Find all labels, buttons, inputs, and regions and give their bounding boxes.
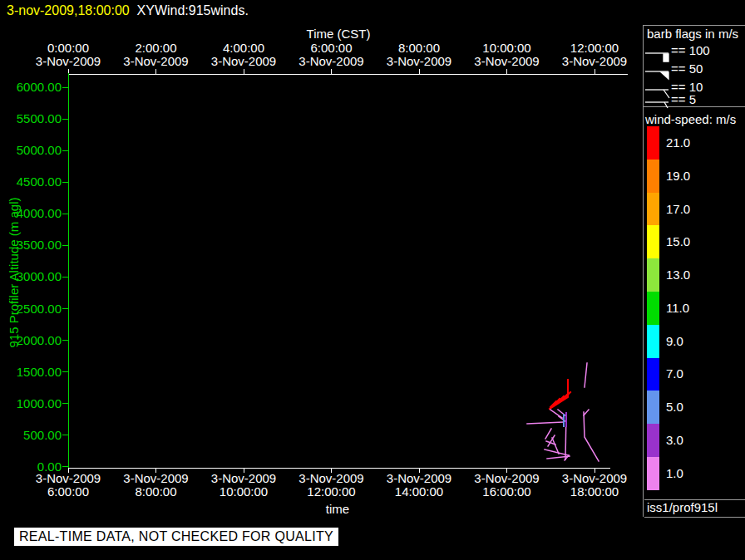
- top-axis-tick: 12:00:003-Nov-2009: [562, 42, 627, 68]
- colorbar-segment: [647, 193, 659, 226]
- bottom-axis-tick: 3-Nov-20098:00:00: [123, 472, 188, 499]
- colorbar-segment: [647, 126, 659, 160]
- barb-legend-label: == 50: [671, 62, 703, 76]
- top-axis-tick: 6:00:003-Nov-2009: [298, 42, 363, 68]
- title-bar: 3-nov-2009,18:00:00 XYWind:915winds.: [7, 3, 249, 18]
- wind-barbs-21.0: [550, 380, 570, 409]
- colorbar-segment: [647, 258, 659, 292]
- quality-disclaimer[interactable]: REAL-TIME DATA, NOT CHECKED FOR QUALITY: [14, 528, 338, 546]
- left-axis-tick: 1500.00: [17, 366, 62, 379]
- top-axis-tick: 10:00:003-Nov-2009: [474, 42, 539, 68]
- colorbar-value: 11.0: [666, 302, 689, 315]
- barb-legend-title: barb flags in m/s: [647, 27, 738, 41]
- left-axis-tick: 4000.00: [17, 207, 62, 220]
- altitude-axis: [62, 73, 68, 468]
- colorbar-value: 19.0: [666, 169, 690, 183]
- wind-barbs-1.0: [527, 363, 599, 461]
- colorbar-value: 17.0: [666, 203, 690, 216]
- title-plot-name: XYWind:915winds.: [137, 3, 249, 17]
- left-axis-tick: 6000.00: [17, 81, 62, 94]
- top-axis-tick: 0:00:003-Nov-2009: [36, 42, 101, 68]
- colorbar-segment: [647, 325, 659, 358]
- colorbar-title: wind-speed: m/s: [645, 113, 736, 126]
- left-axis-tick: 5000.00: [17, 144, 62, 157]
- left-axis-tick: 2500.00: [17, 302, 62, 316]
- xywind-window: 3-nov-2009,18:00:00 XYWind:915winds. Tim…: [0, 0, 745, 560]
- pennant-50-icon: [645, 71, 669, 79]
- colorbar: [647, 126, 659, 490]
- time-axes: [68, 69, 628, 473]
- wind-barb-segment: [545, 429, 551, 439]
- colorbar-segment: [647, 160, 659, 193]
- bottom-axis-tick: 3-Nov-200918:00:00: [562, 472, 627, 499]
- top-axis-tick: 2:00:003-Nov-2009: [123, 42, 188, 68]
- barb-legend-label: == 5: [671, 93, 696, 106]
- left-axis-label: 915 Profiler Altitude (m agl): [7, 198, 21, 348]
- left-axis-tick: 5500.00: [17, 112, 62, 125]
- pennant-100-icon: [645, 53, 669, 61]
- bottom-axis-label: time: [326, 503, 349, 516]
- wind-barb-segment: [584, 410, 589, 415]
- left-axis-tick: 3500.00: [17, 238, 62, 252]
- left-axis-tick: 500.00: [23, 429, 62, 442]
- plot-canvas[interactable]: [0, 0, 745, 560]
- bottom-axis-tick: 3-Nov-200910:00:00: [211, 472, 276, 499]
- colorbar-segment: [647, 424, 659, 457]
- colorbar-segment: [647, 358, 659, 391]
- title-timestamp: 3-nov-2009,18:00:00: [7, 3, 130, 17]
- bottom-axis-tick: 3-Nov-200912:00:00: [298, 472, 363, 499]
- barb-5-icon: [645, 102, 669, 108]
- bottom-axis-tick: 3-Nov-200914:00:00: [387, 472, 451, 499]
- colorbar-value: 9.0: [666, 335, 683, 348]
- colorbar-segment: [647, 391, 659, 424]
- bottom-axis-tick: 3-Nov-200916:00:00: [474, 472, 539, 499]
- wind-barb-segment: [585, 363, 587, 387]
- left-axis-tick: 2000.00: [17, 334, 62, 347]
- colorbar-segment: [647, 457, 659, 490]
- data-source-label: iss1/prof915l: [647, 501, 718, 514]
- wind-barb-segment: [584, 412, 599, 461]
- top-axis-tick: 4:00:003-Nov-2009: [211, 42, 276, 68]
- colorbar-value: 21.0: [666, 136, 690, 150]
- wind-barb-segment: [559, 416, 566, 422]
- colorbar-value: 5.0: [666, 400, 683, 414]
- left-axis-tick: 4500.00: [17, 175, 62, 189]
- colorbar-value: 3.0: [666, 434, 683, 447]
- colorbar-value: 7.0: [666, 367, 683, 381]
- colorbar-value: 13.0: [666, 268, 690, 282]
- top-axis-label: Time (CST): [307, 27, 371, 41]
- barb-10-icon: [645, 90, 669, 98]
- bottom-axis-tick: 3-Nov-20096:00:00: [36, 472, 101, 499]
- colorbar-segment: [647, 225, 659, 258]
- colorbar-value: 15.0: [666, 235, 690, 248]
- colorbar-segment: [647, 292, 659, 325]
- colorbar-value: 1.0: [666, 467, 683, 480]
- top-axis-tick: 8:00:003-Nov-2009: [387, 42, 451, 68]
- left-axis-tick: 3000.00: [17, 270, 62, 283]
- barb-legend-label: == 100: [671, 44, 710, 57]
- wind-barb-segment: [527, 422, 563, 424]
- left-axis-tick: 1000.00: [17, 397, 62, 410]
